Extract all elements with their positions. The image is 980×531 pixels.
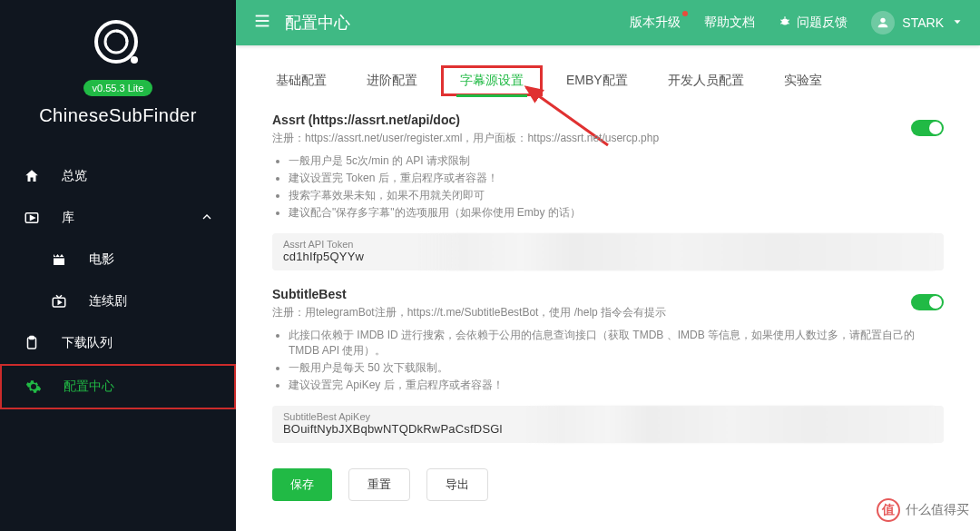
- link-feedback[interactable]: 问题反馈: [779, 15, 848, 31]
- sidebar-item-download-queue[interactable]: 下载队列: [0, 322, 236, 364]
- avatar-icon: [871, 11, 895, 34]
- link-feedback-label: 问题反馈: [797, 15, 848, 31]
- redaction-blur: [417, 233, 935, 270]
- watermark-logo-icon: 值: [877, 498, 900, 522]
- sidebar-item-series[interactable]: 连续剧: [0, 280, 236, 322]
- svg-point-12: [782, 18, 789, 25]
- svg-line-17: [788, 23, 789, 24]
- sidebar-item-config-center[interactable]: 配置中心: [0, 364, 236, 409]
- sidebar-item-library[interactable]: 库: [0, 197, 236, 239]
- section-notes: 此接口依赖于 IMDB ID 进行搜索，会依赖于公用的信息查询接口（获取 TMD…: [272, 328, 944, 393]
- movie-icon: [49, 250, 69, 270]
- sidebar-item-label: 下载队列: [62, 335, 214, 351]
- field-assrt-token[interactable]: Assrt API Token cd1hIfp5QYYw: [272, 233, 944, 270]
- toggle-subtitlebest[interactable]: [911, 294, 944, 310]
- chevron-up-icon: [200, 210, 214, 227]
- user-name: STARK: [902, 15, 944, 30]
- home-icon: [22, 166, 42, 186]
- main: 配置中心 版本升级 帮助文档 问题反馈 STARK 基础配置 进阶配置: [236, 0, 980, 531]
- note-item: 建议配合"保存多字幕"的选项服用（如果你使用 Emby 的话）: [289, 205, 944, 221]
- tab-lab[interactable]: 实验室: [780, 65, 826, 96]
- note-item: 建议设置完 Token 后，重启程序或者容器！: [289, 171, 944, 186]
- library-icon: [22, 208, 42, 228]
- sidebar-item-label: 电影: [89, 251, 214, 268]
- field-subtitlebest-apikey[interactable]: SubtitleBest ApiKey BOuiftNybJXBqbwNTQDk…: [272, 406, 944, 443]
- content: 基础配置 进阶配置 字幕源设置 EMBY配置 开发人员配置 实验室 Assrt …: [236, 45, 980, 531]
- clipboard-icon: [22, 333, 42, 353]
- tv-icon: [49, 291, 69, 311]
- gear-icon: [24, 377, 44, 397]
- annotation-highlight: 字幕源设置: [441, 65, 543, 96]
- sidebar-item-label: 配置中心: [64, 379, 212, 395]
- caret-down-icon: [951, 15, 964, 31]
- save-button[interactable]: 保存: [272, 468, 332, 501]
- section-subtitlebest: SubtitleBest 注册：用telegramBot注册，https://t…: [272, 287, 944, 443]
- tab-subtitle-sources[interactable]: 字幕源设置: [456, 65, 527, 97]
- topbar: 配置中心 版本升级 帮助文档 问题反馈 STARK: [236, 0, 980, 45]
- app-logo-icon: [91, 16, 145, 71]
- actions: 保存 重置 导出: [272, 468, 944, 501]
- svg-point-18: [881, 18, 886, 23]
- svg-rect-8: [30, 337, 34, 339]
- note-item: 搜索字幕效果未知，如果不用就关闭即可: [289, 188, 944, 203]
- svg-marker-4: [31, 216, 35, 221]
- section-sub: 注册：https://assrt.net/user/register.xml，用…: [272, 131, 944, 146]
- svg-line-16: [781, 23, 783, 24]
- svg-marker-19: [955, 20, 961, 24]
- user-menu[interactable]: STARK: [871, 11, 964, 34]
- tabs: 基础配置 进阶配置 字幕源设置 EMBY配置 开发人员配置 实验室: [272, 65, 944, 96]
- section-notes: 一般用户是 5c次/min 的 API 请求限制 建议设置完 Token 后，重…: [272, 153, 944, 221]
- section-sub: 注册：用telegramBot注册，https://t.me/SubtitleB…: [272, 305, 944, 320]
- note-item: 建议设置完 ApiKey 后，重启程序或者容器！: [289, 378, 944, 393]
- sidebar-item-label: 总览: [62, 168, 214, 184]
- svg-point-2: [131, 56, 138, 64]
- tab-advanced[interactable]: 进阶配置: [363, 65, 421, 96]
- note-item: 一般用户是 5c次/min 的 API 请求限制: [289, 153, 944, 169]
- link-upgrade[interactable]: 版本升级: [630, 15, 681, 31]
- tab-basic[interactable]: 基础配置: [272, 65, 330, 96]
- watermark-text: 什么值得买: [906, 502, 969, 518]
- sidebar: v0.55.3 Lite ChineseSubFinder 总览 库 电影 连续…: [0, 0, 236, 531]
- reset-button[interactable]: 重置: [348, 468, 410, 501]
- section-assrt: Assrt (https://assrt.net/api/doc) 注册：htt…: [272, 113, 944, 270]
- link-help[interactable]: 帮助文档: [704, 15, 755, 31]
- redaction-blur: [526, 406, 935, 443]
- sidebar-header: v0.55.3 Lite ChineseSubFinder: [0, 0, 236, 135]
- toggle-assrt[interactable]: [911, 120, 944, 136]
- nav: 总览 库 电影 连续剧 下载队列 配置中心: [0, 155, 236, 409]
- note-item: 一般用户是每天 50 次下载限制。: [289, 360, 944, 376]
- bug-icon: [779, 15, 791, 31]
- sidebar-item-overview[interactable]: 总览: [0, 155, 236, 197]
- tab-emby[interactable]: EMBY配置: [563, 65, 632, 96]
- version-badge: v0.55.3 Lite: [83, 80, 153, 96]
- topbar-right: 版本升级 帮助文档 问题反馈 STARK: [630, 11, 964, 34]
- note-item: 此接口依赖于 IMDB ID 进行搜索，会依赖于公用的信息查询接口（获取 TMD…: [289, 328, 944, 359]
- section-title: SubtitleBest: [272, 287, 944, 301]
- page-title: 配置中心: [285, 12, 630, 34]
- svg-point-0: [96, 22, 136, 62]
- sidebar-item-label: 库: [62, 210, 200, 226]
- app-name: ChineseSubFinder: [0, 105, 236, 126]
- export-button[interactable]: 导出: [426, 468, 488, 501]
- menu-icon[interactable]: [252, 11, 272, 34]
- svg-line-14: [781, 19, 783, 20]
- sidebar-item-movies[interactable]: 电影: [0, 239, 236, 280]
- section-title: Assrt (https://assrt.net/api/doc): [272, 113, 944, 127]
- svg-line-15: [788, 19, 789, 20]
- watermark: 值 什么值得买: [877, 498, 969, 522]
- svg-marker-6: [58, 300, 61, 304]
- sidebar-item-label: 连续剧: [89, 293, 214, 310]
- tab-developer[interactable]: 开发人员配置: [664, 65, 748, 96]
